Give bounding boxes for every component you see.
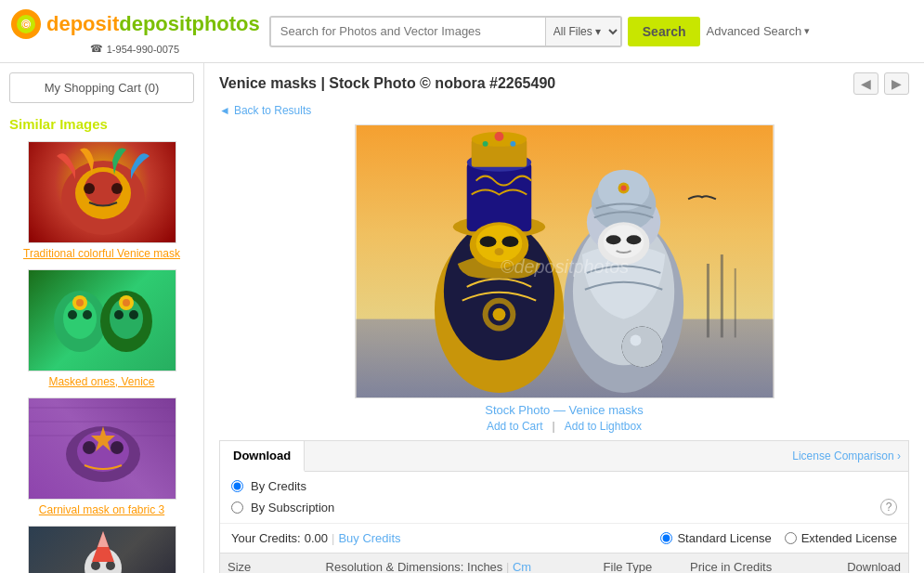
search-button[interactable]: Search xyxy=(628,17,701,46)
sidebar: My Shopping Cart (0) Similar Images xyxy=(0,63,204,573)
standard-license-label[interactable]: Standard License xyxy=(677,531,771,545)
svg-text:©depositphotos: ©depositphotos xyxy=(500,256,628,277)
your-credits-label: Your Credits: xyxy=(231,531,301,545)
license-options: Standard License Extended License xyxy=(660,531,897,545)
next-arrow-button[interactable]: ▶ xyxy=(884,72,909,95)
thumbnail-image xyxy=(28,141,176,243)
list-item-label: Carnival mask on fabric 3 xyxy=(9,503,194,516)
thumb-svg xyxy=(29,398,176,500)
logo-area: © depositdepositphotos ☎ 1-954-990-0075 xyxy=(9,7,260,55)
credits-left: Your Credits: 0.00 | Buy Credits xyxy=(231,531,401,545)
svg-rect-39 xyxy=(356,319,773,397)
logo[interactable]: © depositdepositphotos xyxy=(9,7,260,41)
photo-title: Venice masks | Stock Photo © nobora #226… xyxy=(219,75,555,92)
list-item[interactable] xyxy=(9,526,194,573)
svg-point-12 xyxy=(83,310,92,319)
thumb-svg xyxy=(29,270,176,371)
svg-point-53 xyxy=(494,132,503,141)
svg-point-34 xyxy=(91,561,100,570)
nav-arrows: ◀ ▶ xyxy=(853,72,909,95)
thumb-svg xyxy=(29,142,176,243)
col-filetype: File Type xyxy=(596,553,673,574)
prev-arrow-button[interactable]: ◀ xyxy=(853,72,878,95)
standard-license-radio[interactable] xyxy=(660,532,672,544)
list-item[interactable]: Traditional colorful Venice mask xyxy=(9,141,194,260)
svg-point-60 xyxy=(494,248,503,255)
buy-credits-link[interactable]: Buy Credits xyxy=(338,531,400,545)
main-image: ©depositphotos xyxy=(355,124,774,398)
svg-point-65 xyxy=(630,334,641,345)
search-input[interactable] xyxy=(271,18,545,45)
by-credits-radio[interactable] xyxy=(231,480,243,492)
download-tab[interactable]: Download xyxy=(220,441,305,472)
photo-title-row: Venice masks | Stock Photo © nobora #226… xyxy=(219,72,909,95)
list-item-label: Traditional colorful Venice mask xyxy=(9,247,194,260)
shopping-cart-button[interactable]: My Shopping Cart (0) xyxy=(9,72,194,103)
svg-point-55 xyxy=(510,141,515,147)
logo-accent: deposit xyxy=(46,12,119,35)
separator: | xyxy=(553,420,555,433)
license-comparison-link[interactable]: License Comparison › xyxy=(792,449,908,462)
list-item[interactable]: Masked ones, Venice xyxy=(9,269,194,388)
back-to-results-label: Back to Results xyxy=(234,104,311,117)
download-table: Size Resolution & Dimensions: Inches | C… xyxy=(220,553,908,573)
help-icon: ? xyxy=(880,499,897,515)
resolution-header-label: Resolution & Dimensions: Inches xyxy=(326,560,503,573)
svg-point-59 xyxy=(501,236,518,247)
svg-point-70 xyxy=(620,186,626,191)
thumb-svg xyxy=(29,527,176,573)
extended-license-opt: Extended License xyxy=(785,531,897,545)
svg-point-47 xyxy=(492,308,505,321)
svg-point-7 xyxy=(84,183,95,194)
by-subscription-radio[interactable] xyxy=(231,501,243,514)
search-input-wrap: All Files ▾ Photos Vectors xyxy=(269,16,622,47)
phone-number: ☎ 1-954-990-0075 xyxy=(90,43,179,55)
by-credits-row: By Credits xyxy=(231,479,897,493)
svg-point-58 xyxy=(479,236,496,247)
svg-point-26 xyxy=(83,441,96,454)
logo-main: depositphotos xyxy=(119,12,260,35)
back-to-results-link[interactable]: ◄ Back to Results xyxy=(219,104,909,117)
extended-license-label[interactable]: Extended License xyxy=(801,531,897,545)
advanced-search-link[interactable]: Advanced Search ▾ xyxy=(706,24,810,38)
svg-point-27 xyxy=(111,441,124,454)
add-links: Add to Cart | Add to Lightbox xyxy=(219,420,909,433)
search-area: All Files ▾ Photos Vectors Search Advanc… xyxy=(269,16,915,47)
svg-text:©: © xyxy=(22,19,31,32)
back-arrow-icon: ◄ xyxy=(219,104,230,117)
header: © depositdepositphotos ☎ 1-954-990-0075 … xyxy=(0,0,924,63)
svg-rect-42 xyxy=(734,268,735,337)
svg-rect-40 xyxy=(706,264,709,337)
image-caption-link[interactable]: Stock Photo — Venice masks xyxy=(219,403,909,417)
by-subscription-label[interactable]: By Subscription xyxy=(251,501,334,514)
svg-point-18 xyxy=(76,299,84,306)
list-item[interactable]: Carnival mask on fabric 3 xyxy=(9,397,194,516)
chevron-down-icon: ▾ xyxy=(804,25,810,37)
svg-point-35 xyxy=(106,561,115,570)
standard-license-opt: Standard License xyxy=(660,531,771,545)
svg-rect-49 xyxy=(466,163,531,231)
phone-icon: ☎ xyxy=(90,43,103,55)
col-resolution: Resolution & Dimensions: Inches | Cm xyxy=(319,553,596,574)
cm-link[interactable]: Cm xyxy=(513,560,531,573)
svg-point-73 xyxy=(605,235,620,244)
col-download: Download xyxy=(789,553,908,574)
thumbnail-image xyxy=(28,269,176,371)
credits-row: Your Credits: 0.00 | Buy Credits Standar… xyxy=(220,523,908,553)
svg-point-74 xyxy=(626,235,641,244)
logo-text: depositdepositphotos xyxy=(46,12,260,36)
svg-rect-41 xyxy=(720,254,722,337)
credits-value: 0.00 xyxy=(305,531,328,545)
add-to-cart-link[interactable]: Add to Cart xyxy=(487,420,543,433)
extended-license-radio[interactable] xyxy=(785,532,797,544)
separator2: | xyxy=(332,531,334,545)
add-to-lightbox-link[interactable]: Add to Lightbox xyxy=(565,420,642,433)
similar-images-heading: Similar Images xyxy=(9,116,194,132)
by-credits-label[interactable]: By Credits xyxy=(251,479,306,493)
col-price: Price in Credits xyxy=(672,553,789,574)
by-subscription-row: By Subscription ? xyxy=(231,499,897,515)
list-item-label: Masked ones, Venice xyxy=(9,375,194,388)
svg-point-54 xyxy=(482,141,488,147)
file-type-select[interactable]: All Files ▾ Photos Vectors xyxy=(545,18,620,46)
logo-icon: © xyxy=(9,7,43,41)
